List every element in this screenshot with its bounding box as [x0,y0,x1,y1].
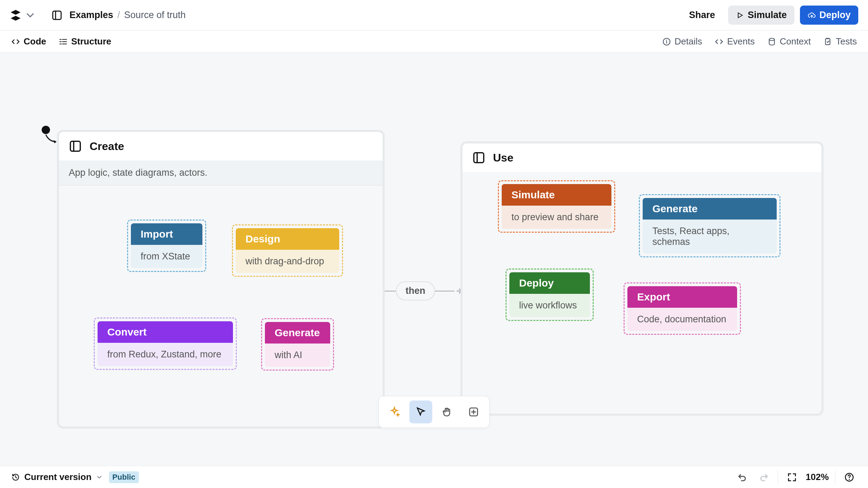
status-bar: Current version Public 102% [0,466,868,488]
state-card-generate[interactable]: Generatewith AI [261,318,334,371]
visibility-badge[interactable]: Public [109,471,139,483]
card-body: live workflows [509,294,590,317]
breadcrumb: Examples / Source of truth [69,10,186,20]
state-card-import[interactable]: Importfrom XState [127,220,206,272]
state-card-deploy[interactable]: Deploylive workflows [506,268,594,321]
panel-icon [69,140,82,153]
tool-add-state[interactable] [462,400,485,423]
chevron-down-icon [24,9,36,21]
card-title: Design [236,228,339,250]
tab-tests[interactable]: Tests [823,36,857,47]
play-icon [736,11,744,19]
app-logo[interactable] [10,9,36,21]
help-icon [844,472,854,482]
info-icon [662,37,671,46]
redo-icon [759,472,769,482]
group-header: Use [462,143,821,172]
help-button[interactable] [842,470,857,485]
panel-toggle-icon[interactable] [51,10,62,21]
database-icon [767,37,776,46]
deploy-button[interactable]: Deploy [800,6,858,25]
card-title: Generate [643,198,777,220]
sub-nav: Code Structure Details Events Context Te… [0,31,868,53]
group-title: Create [90,140,124,153]
group-description: App logic, state diagrams, actors. [59,160,383,185]
sparkle-icon [389,406,400,418]
top-right-actions: Share Simulate Deploy [681,6,858,25]
state-card-simulate[interactable]: Simulateto preview and share [498,180,615,233]
tab-details[interactable]: Details [662,36,702,47]
breadcrumb-current[interactable]: Source of truth [124,10,186,20]
stately-logo-icon [10,9,22,21]
tool-ai-sparkle[interactable] [383,400,406,423]
divider [835,470,835,484]
zoom-level[interactable]: 102% [806,472,829,482]
plus-box-icon [468,406,479,418]
panel-icon [472,151,485,164]
card-body: Code, documentation [627,308,737,331]
state-card-export[interactable]: ExportCode, documentation [624,282,741,335]
group-header: Create [59,132,383,160]
card-body: from Redux, Zustand, more [98,343,233,366]
undo-button[interactable] [735,470,750,485]
undo-icon [737,472,748,482]
pointer-icon [415,406,427,418]
state-card-design[interactable]: Designwith drag-and-drop [232,224,343,277]
breadcrumb-separator: / [117,10,120,20]
cloud-upload-icon [808,11,816,19]
card-title: Simulate [502,184,611,206]
code-icon [11,37,20,46]
tab-events[interactable]: Events [715,36,755,47]
card-title: Export [627,286,737,308]
history-icon [11,473,20,482]
card-body: with AI [265,344,330,367]
simulate-button[interactable]: Simulate [728,6,794,25]
tool-pointer[interactable] [409,400,432,423]
transition-line [385,291,396,291]
transition-line [435,291,454,291]
state-card-generate-use[interactable]: GenerateTests, React apps, schemas [639,194,781,257]
hand-icon [441,406,453,418]
group-title: Use [493,151,514,164]
tab-structure[interactable]: Structure [59,36,111,47]
card-title: Import [131,223,202,245]
tool-pan[interactable] [436,400,459,423]
fit-view-button[interactable] [784,470,800,485]
expand-icon [787,472,797,482]
redo-button[interactable] [756,470,771,485]
tab-code[interactable]: Code [11,36,46,47]
state-card-convert[interactable]: Convertfrom Redux, Zustand, more [94,317,237,370]
transition-then[interactable]: then [385,281,463,300]
top-bar: Examples / Source of truth Share Simulat… [0,0,868,31]
breadcrumb-parent[interactable]: Examples [69,10,113,20]
card-title: Generate [265,322,330,344]
card-title: Deploy [509,272,590,294]
state-group-create[interactable]: Create App logic, state diagrams, actors… [57,130,385,429]
code-icon [715,37,724,46]
share-button[interactable]: Share [681,6,723,25]
card-body: from XState [131,245,202,268]
structure-icon [59,37,68,46]
state-group-use[interactable]: Use Simulateto preview and share Generat… [460,141,824,416]
tool-dock [378,396,490,428]
canvas[interactable]: Create App logic, state diagrams, actors… [0,53,868,466]
tab-context[interactable]: Context [767,36,811,47]
initial-state-marker[interactable] [42,126,50,134]
divider [778,470,778,484]
clipboard-icon [823,37,832,46]
chevron-down-icon [96,474,103,481]
version-selector[interactable]: Current version [11,472,103,482]
transition-label: then [396,281,435,300]
card-title: Convert [98,321,233,343]
card-body: Tests, React apps, schemas [643,220,777,254]
card-body: with drag-and-drop [236,250,339,273]
card-body: to preview and share [502,206,611,229]
